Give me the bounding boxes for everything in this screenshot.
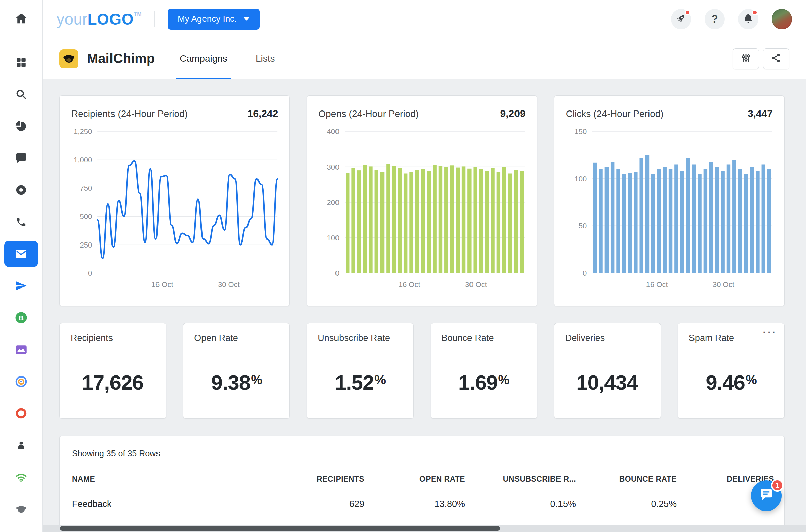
notification-dot (752, 10, 757, 16)
chat-launcher-button[interactable]: 1 (751, 480, 782, 511)
column-header-recipients[interactable]: RECIPIENTS (262, 475, 373, 483)
question-icon: ? (711, 13, 718, 25)
chart-title: Recipients (24-Hour Period) (71, 109, 188, 119)
stat-card-spam-rate: ··· Spam Rate 9.46% (678, 323, 785, 419)
card-menu-icon[interactable]: ··· (762, 325, 777, 338)
chat-icon (16, 152, 27, 164)
sidebar-item-messages[interactable] (4, 142, 38, 174)
chat-unread-badge: 1 (771, 479, 784, 492)
sidebar-item-robot[interactable] (4, 429, 38, 461)
help-button[interactable]: ? (705, 9, 725, 29)
target-brand-icon (16, 376, 27, 387)
home-button[interactable] (0, 0, 43, 38)
sidebar-item-campaign-mail[interactable] (4, 334, 38, 365)
send-icon (16, 280, 27, 291)
sidebar-item-ring[interactable] (4, 397, 38, 429)
cell-bounce-rate: 0.25% (585, 499, 686, 510)
stats-row: Recipients 17,626 Open Rate 9.38% Unsubs… (59, 323, 785, 419)
user-avatar[interactable] (772, 9, 792, 29)
horizontal-scrollbar-track[interactable] (43, 525, 806, 532)
tab-campaigns[interactable]: Campaigns (176, 38, 231, 79)
svg-text:250: 250 (80, 241, 92, 249)
purple-mail-icon (15, 344, 27, 356)
svg-text:1,250: 1,250 (74, 127, 92, 136)
sidebar-item-wifi[interactable] (4, 461, 38, 493)
stat-value: 17,626 (60, 370, 166, 394)
svg-text:100: 100 (327, 234, 340, 242)
sidebar-item-email-active[interactable] (4, 238, 38, 270)
chart-total: 16,242 (248, 108, 279, 119)
chart-total: 3,447 (748, 108, 773, 119)
svg-text:0: 0 (583, 269, 587, 278)
table-header-row: NAME RECIPIENTS OPEN RATE UNSUBSCRIBE R.… (60, 469, 784, 489)
opens-chart-card: Opens (24-Hour Period) 9,209 01002003004… (307, 95, 537, 306)
robot-brand-icon (16, 440, 26, 450)
sidebar-item-search[interactable] (4, 78, 38, 110)
app-shell: yourLOGOTM My Agency Inc. ? (0, 0, 806, 532)
sidebar-item-target[interactable] (4, 365, 38, 397)
dashboard-content: Recipients (24-Hour Period) 16,242 02505… (43, 79, 806, 532)
share-button[interactable] (763, 49, 789, 69)
share-icon (771, 53, 781, 64)
header-actions (733, 49, 789, 69)
stat-card-recipients: Recipients 17,626 (59, 323, 166, 419)
column-header-name[interactable]: NAME (60, 469, 262, 489)
logo-text-your: your (57, 10, 87, 28)
svg-text:B: B (19, 314, 23, 321)
chart-title: Clicks (24-Hour Period) (566, 109, 664, 119)
sidebar-item-mailchimp[interactable] (4, 493, 38, 525)
cell-open-rate: 13.80% (373, 499, 474, 510)
svg-text:16 Oct: 16 Oct (399, 281, 420, 289)
svg-text:50: 50 (578, 222, 587, 230)
svg-text:400: 400 (327, 127, 340, 136)
stat-value: 1.52% (307, 370, 413, 394)
mailchimp-icon (16, 504, 27, 515)
column-header-bounce-rate[interactable]: BOUNCE RATE (585, 475, 686, 483)
chart-total: 9,209 (500, 108, 525, 119)
svg-text:16 Oct: 16 Oct (151, 281, 173, 289)
recipients-chart-card: Recipients (24-Hour Period) 16,242 02505… (59, 95, 290, 306)
pie-chart-icon (16, 120, 27, 132)
column-header-unsubscribe-rate[interactable]: UNSUBSCRIBE R... (474, 475, 585, 483)
svg-text:100: 100 (574, 175, 587, 183)
charts-row: Recipients (24-Hour Period) 16,242 02505… (59, 95, 785, 306)
agency-selector-button[interactable]: My Agency Inc. (168, 9, 260, 30)
campaigns-table-card: Showing 35 of 35 Rows NAME RECIPIENTS OP… (59, 436, 785, 532)
wifi-brand-icon (15, 471, 27, 483)
topbar-actions: ? (671, 9, 792, 29)
sidebar-item-calls[interactable] (4, 206, 38, 238)
stat-value: 10,434 (554, 370, 660, 394)
svg-text:30 Oct: 30 Oct (218, 281, 240, 289)
chat-bubble-icon (759, 488, 774, 504)
clicks-bar-chart: 05010015016 Oct30 Oct (565, 127, 773, 290)
stat-card-deliveries: Deliveries 10,434 (554, 323, 661, 419)
home-icon (15, 12, 27, 26)
tab-lists[interactable]: Lists (252, 38, 279, 79)
filter-settings-button[interactable] (733, 49, 759, 69)
page-title: MailChimp (87, 51, 155, 66)
svg-text:30 Oct: 30 Oct (713, 281, 734, 289)
notifications-button[interactable] (738, 9, 758, 29)
cell-unsubscribe-rate: 0.15% (474, 499, 585, 510)
svg-text:0: 0 (335, 269, 339, 278)
sidebar-item-dashboards[interactable] (4, 46, 38, 78)
sidebar-item-disc[interactable] (4, 174, 38, 206)
column-header-open-rate[interactable]: OPEN RATE (373, 475, 474, 483)
stat-card-bounce-rate: Bounce Rate 1.69% (430, 323, 537, 419)
topbar: yourLOGOTM My Agency Inc. ? (43, 0, 806, 38)
svg-text:200: 200 (327, 198, 340, 207)
horizontal-scrollbar-thumb[interactable] (60, 526, 500, 531)
sidebar-item-analytics[interactable] (4, 110, 38, 142)
sidebar-item-basecamp[interactable]: B (4, 302, 38, 334)
apps-grid-icon (16, 57, 27, 68)
logo-trademark: TM (134, 12, 142, 17)
stat-value: 1.69% (431, 370, 537, 394)
svg-text:30 Oct: 30 Oct (465, 281, 487, 289)
svg-text:0: 0 (88, 269, 92, 278)
whats-new-button[interactable] (671, 9, 691, 29)
campaign-link[interactable]: Feedback (72, 499, 112, 510)
phone-icon (16, 216, 26, 227)
email-icon (15, 248, 27, 260)
stat-value: 9.46% (678, 370, 784, 394)
sidebar-item-send[interactable] (4, 270, 38, 302)
